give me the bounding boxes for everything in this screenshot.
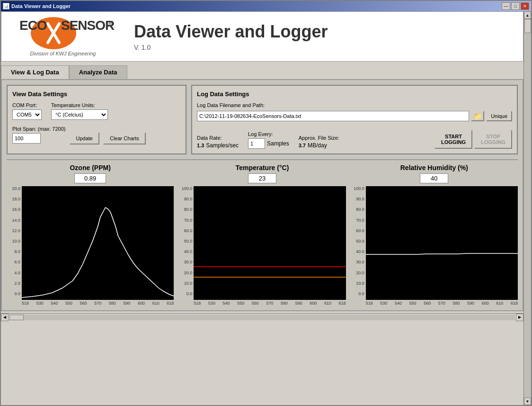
scroll-up-button[interactable]: ▲ [524,11,531,19]
main-panel: View Data Settings COM Port: COM5 COM1 C… [1,79,523,311]
plot-span-input[interactable]: 100 [12,133,41,144]
temperature-chart-container: Temperature (°C) 23 100.0 90.0 80.0 70.0… [178,164,346,306]
data-info-row: Data Rate: 1.3 Samples/sec Log Every: [197,130,512,149]
data-rate-label: Data Rate: [197,135,239,141]
ozone-chart-wrapper: 20.0 18.0 16.0 14.0 12.0 10.0 8.0 6.0 4.… [7,186,174,306]
start-logging-button[interactable]: STARTLOGGING [434,130,472,149]
temp-value: 23 [248,173,276,183]
data-rate-group: Data Rate: 1.3 Samples/sec [197,135,239,149]
temp-units-group: Temperature Units: °C (Celcius) °F (Fahr… [51,102,108,120]
humidity-chart-container: Relative Humidity (%) 40 100.0 90.0 80.0… [351,164,518,306]
view-data-settings: View Data Settings COM Port: COM5 COM1 C… [7,85,186,154]
logo-area: ECO SENSORS ® Division of KWJ Engineerin… [11,17,115,56]
file-size-unit: MB/day [308,142,327,149]
scroll-track-right[interactable] [524,19,531,397]
ozone-x-axis: 518 530 540 550 560 570 580 590 600 61 [22,301,174,306]
clear-charts-button[interactable]: Clear Charts [103,132,146,144]
scrollbar-bottom: ◀ ▶ [1,313,523,321]
log-settings-title: Log Data Settings [197,90,512,98]
scroll-down-button[interactable]: ▼ [524,397,531,405]
close-button[interactable]: ✕ [521,2,529,10]
charts-section: Ozone (PPM) 0.89 20.0 18.0 16.0 14.0 12.… [7,164,518,306]
humidity-chart-wrapper: 100.0 90.0 80.0 70.0 60.0 50.0 40.0 30.0… [351,186,518,306]
com-port-label: COM Port: [12,102,42,108]
plot-span-label: Plot Span: (max: 7200) [12,126,66,132]
com-port-select[interactable]: COM5 COM1 COM2 COM3 COM4 [12,109,42,120]
humidity-value: 40 [420,173,448,183]
view-settings-title: View Data Settings [12,90,181,98]
scroll-track-bottom[interactable] [9,315,515,320]
file-size-value: 3.7 [299,143,306,148]
log-every-input[interactable] [248,138,265,149]
humidity-svg [366,186,518,300]
logging-buttons: STARTLOGGING STOPLOGGING [434,130,512,149]
temp-chart-area: 518 530 540 550 560 570 580 590 600 61 [194,186,346,306]
svg-rect-8 [366,186,518,300]
ozone-chart-title: Ozone (PPM) [70,164,110,171]
title-bar-buttons: — □ ✕ [502,2,529,10]
logo-division: Division of KWJ Engineering [30,51,96,56]
plot-span-row: Plot Span: (max: 7200) 100 Update Clear … [12,125,181,144]
plot-span-group: Plot Span: (max: 7200) 100 [12,126,66,144]
com-port-group: COM Port: COM5 COM1 COM2 COM3 COM4 [12,102,42,120]
ozone-svg [22,186,174,300]
temp-units-label: Temperature Units: [51,102,108,108]
filename-input[interactable] [197,111,469,121]
scroll-thumb-right[interactable] [524,19,531,33]
divider [7,159,518,160]
scroll-left-button[interactable]: ◀ [1,314,9,321]
com-temp-row: COM Port: COM5 COM1 COM2 COM3 COM4 [12,102,181,120]
filename-group: Log Data Filename and Path: 📁 Unique [197,102,512,126]
svg-rect-5 [194,186,346,300]
scrollbar-right: ▲ ▼ [523,11,531,405]
ozone-chart-container: Ozone (PPM) 0.89 20.0 18.0 16.0 14.0 12.… [7,164,174,306]
title-bar-text: Data Viewer and Logger [11,3,71,9]
humidity-y-axis: 100.0 90.0 80.0 70.0 60.0 50.0 40.0 30.0… [351,186,366,306]
temp-svg [194,186,346,300]
update-button[interactable]: Update [70,132,99,144]
temp-chart-wrapper: 100.0 90.0 80.0 70.0 60.0 50.0 40.0 30.0… [178,186,346,306]
minimize-button[interactable]: — [502,2,510,10]
header: ECO SENSORS ® Division of KWJ Engineerin… [1,11,523,62]
settings-row: View Data Settings COM Port: COM5 COM1 C… [7,85,518,154]
temp-units-select[interactable]: °C (Celcius) °F (Fahrenheit) [51,109,108,120]
title-bar: 📊 Data Viewer and Logger — □ ✕ [1,1,531,11]
data-rate-unit: Samples/sec [206,142,239,149]
ozone-value: 0.89 [74,173,106,183]
tab-analyze[interactable]: Analyze Data [69,65,127,79]
data-rate-value: 1.3 [197,143,204,148]
svg-rect-4 [22,186,174,300]
temp-x-axis: 518 530 540 550 560 570 580 590 600 61 [194,301,346,306]
log-every-label: Log Every: [248,131,289,137]
unique-button[interactable]: Unique [486,111,512,121]
svg-text:SENSORS: SENSORS [61,18,115,33]
temp-y-axis: 100.0 90.0 80.0 70.0 60.0 50.0 40.0 30.0… [178,186,194,306]
scroll-thumb-bottom[interactable] [9,315,24,320]
app-icon: 📊 [3,3,9,9]
ozone-chart-area: 518 530 540 550 560 570 580 590 600 61 [22,186,174,306]
log-data-settings: Log Data Settings Log Data Filename and … [191,85,518,154]
maximize-button[interactable]: □ [511,2,520,10]
app-title: Data Viewer and Logger [134,22,328,42]
log-every-unit: Samples [267,140,289,147]
tab-view-log[interactable]: View & Log Data [1,65,69,79]
stop-logging-button[interactable]: STOPLOGGING [474,130,512,149]
filename-label: Log Data Filename and Path: [197,102,512,108]
app-title-area: Data Viewer and Logger V. 1.0 [134,22,328,51]
humidity-x-axis: 518 530 540 550 560 570 580 590 600 61 [366,301,518,306]
scroll-right-button[interactable]: ▶ [516,314,523,321]
logo-svg: ECO SENSORS ® [11,17,115,50]
filename-row: 📁 Unique [197,111,512,121]
file-size-label: Approx. File Size: [299,135,339,141]
svg-text:ECO: ECO [19,18,47,33]
folder-button[interactable]: 📁 [471,111,484,121]
ozone-y-axis: 20.0 18.0 16.0 14.0 12.0 10.0 8.0 6.0 4.… [7,186,22,306]
svg-text:®: ® [108,22,112,27]
log-every-group: Log Every: Samples [248,131,289,149]
humidity-chart-title: Relative Humidity (%) [400,164,468,171]
file-size-group: Approx. File Size: 3.7 MB/day [299,135,339,149]
humidity-chart-area: 518 530 540 550 560 570 580 590 600 61 [366,186,518,306]
temp-chart-title: Temperature (°C) [236,164,289,171]
app-version: V. 1.0 [134,44,328,51]
tabs-bar: View & Log Data Analyze Data [1,65,523,79]
